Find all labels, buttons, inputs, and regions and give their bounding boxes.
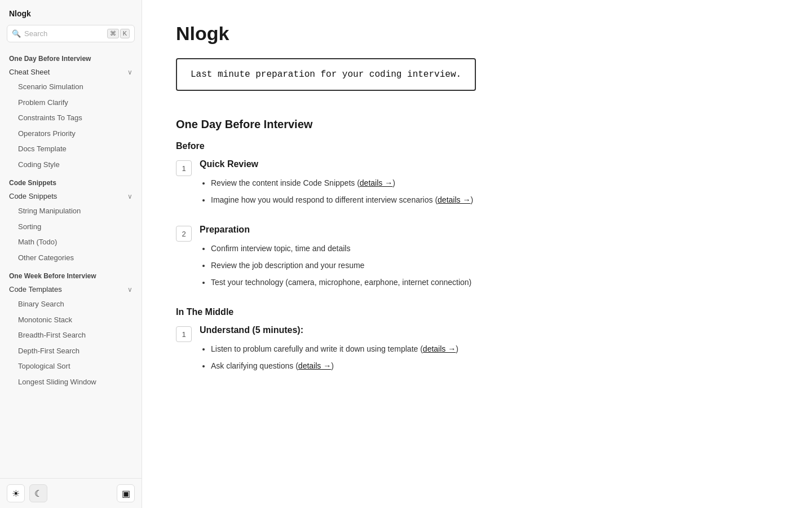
nav-item-math-todo[interactable]: Math (Todo) <box>5 234 142 250</box>
nav-item-constraints-to-tags[interactable]: Constraints To Tags <box>5 110 142 126</box>
nav-group-code-templates-items: Binary Search Monotonic Stack Breadth-Fi… <box>0 296 142 389</box>
nav-item-monotonic-stack[interactable]: Monotonic Stack <box>5 312 142 328</box>
bullet-text: Review the job description and your resu… <box>211 261 364 270</box>
search-bar[interactable]: 🔍 Search ⌘ K <box>7 25 135 42</box>
bullet-text: Review the content inside Code Snippets … <box>211 178 360 187</box>
nav-group-cheat-sheet: Cheat Sheet ∨ Scenario Simulation Proble… <box>0 65 142 172</box>
nav-group-code-templates-header[interactable]: Code Templates ∨ <box>0 282 142 296</box>
hero-code-block: Last minute preparation for your coding … <box>176 58 476 91</box>
list-item: Test your technology (camera, microphone… <box>211 274 778 290</box>
nav-group-code-snippets-items: String Manipulation Sorting Math (Todo) … <box>0 203 142 265</box>
details-link[interactable]: details → <box>360 178 392 187</box>
section-label-code-snippets: Code Snippets <box>0 173 142 189</box>
block-understand: 1 Understand (5 minutes): Listen to prob… <box>176 325 778 375</box>
block-number-2: 2 <box>176 226 192 242</box>
section-label-one-week: One Week Before Interview <box>0 266 142 282</box>
nav-item-breadth-first-search[interactable]: Breadth-First Search <box>5 327 142 343</box>
chevron-down-icon: ∨ <box>127 192 133 200</box>
kbd-cmd: ⌘ <box>107 29 119 38</box>
nav-item-coding-style[interactable]: Coding Style <box>5 157 142 173</box>
nav-item-depth-first-search[interactable]: Depth-First Search <box>5 343 142 359</box>
nav-group-code-snippets-header[interactable]: Code Snippets ∨ <box>0 189 142 203</box>
nav-item-problem-clarify[interactable]: Problem Clarify <box>5 95 142 111</box>
nav-group-cheat-sheet-header[interactable]: Cheat Sheet ∨ <box>0 65 142 79</box>
bullet-suffix: ) <box>456 344 458 353</box>
bullet-text: Imagine how you would respond to differe… <box>211 195 438 204</box>
nav-item-scenario-simulation[interactable]: Scenario Simulation <box>5 79 142 95</box>
bullet-suffix: ) <box>470 195 473 204</box>
list-item: Imagine how you would respond to differe… <box>211 192 778 208</box>
sub-heading-before: Before <box>176 141 778 151</box>
nav-group-cheat-sheet-items: Scenario Simulation Problem Clarify Cons… <box>0 79 142 172</box>
nav-item-operators-priority[interactable]: Operators Priority <box>5 126 142 142</box>
block-understand-title: Understand (5 minutes): <box>200 325 778 335</box>
details-link[interactable]: details → <box>423 344 456 353</box>
block-understand-list: Listen to problum carefully and write it… <box>200 341 778 374</box>
list-item: Review the content inside Code Snippets … <box>211 175 778 191</box>
nav-item-sorting[interactable]: Sorting <box>5 219 142 235</box>
bullet-suffix: ) <box>392 178 395 187</box>
bullet-suffix: ) <box>331 361 334 370</box>
chevron-down-icon: ∨ <box>127 286 133 294</box>
chevron-down-icon: ∨ <box>127 68 133 76</box>
block-number-1: 1 <box>176 160 192 176</box>
block-preparation-list: Confirm interview topic, time and detail… <box>200 240 778 290</box>
bullet-text: Confirm interview topic, time and detail… <box>211 244 350 253</box>
light-mode-button[interactable]: ☀ <box>7 484 25 502</box>
search-icon: 🔍 <box>12 29 21 38</box>
nav-group-code-templates-label: Code Templates <box>9 285 62 294</box>
sub-heading-in-the-middle: In The Middle <box>176 307 778 317</box>
kbd-k: K <box>120 29 130 38</box>
nav-group-code-templates: Code Templates ∨ Binary Search Monotonic… <box>0 282 142 389</box>
nav-item-longest-sliding-window[interactable]: Longest Sliding Window <box>5 374 142 390</box>
details-link[interactable]: details → <box>438 195 470 204</box>
nav-group-code-snippets-label: Code Snippets <box>9 192 57 200</box>
sidebar-nav: One Day Before Interview Cheat Sheet ∨ S… <box>0 49 142 478</box>
sidebar-toggle-button[interactable]: ▣ <box>117 484 135 502</box>
block-quick-review-content: Quick Review Review the content inside C… <box>200 159 778 209</box>
list-item: Listen to problum carefully and write it… <box>211 341 778 357</box>
block-quick-review: 1 Quick Review Review the content inside… <box>176 159 778 209</box>
search-placeholder: Search <box>24 29 104 38</box>
nav-group-cheat-sheet-label: Cheat Sheet <box>9 68 50 76</box>
list-item: Ask clarifying questions (details →) <box>211 358 778 374</box>
block-preparation-content: Preparation Confirm interview topic, tim… <box>200 225 778 291</box>
main-content: Nlogk Last minute preparation for your c… <box>142 0 812 508</box>
page-title: Nlogk <box>176 23 778 45</box>
section-one-day-heading: One Day Before Interview <box>176 118 778 131</box>
block-understand-content: Understand (5 minutes): Listen to problu… <box>200 325 778 375</box>
section-label-one-day: One Day Before Interview <box>0 49 142 65</box>
sidebar: Nlogk 🔍 Search ⌘ K One Day Before Interv… <box>0 0 142 508</box>
block-preparation-title: Preparation <box>200 225 778 235</box>
nav-item-string-manipulation[interactable]: String Manipulation <box>5 203 142 219</box>
bullet-text: Test your technology (camera, microphone… <box>211 278 471 287</box>
sidebar-footer: ☀ ☾ ▣ <box>0 478 142 508</box>
nav-item-other-categories[interactable]: Other Categories <box>5 250 142 266</box>
nav-item-docs-template[interactable]: Docs Template <box>5 141 142 157</box>
block-preparation: 2 Preparation Confirm interview topic, t… <box>176 225 778 291</box>
list-item: Review the job description and your resu… <box>211 257 778 273</box>
sidebar-title: Nlogk <box>0 0 142 23</box>
nav-group-code-snippets: Code Snippets ∨ String Manipulation Sort… <box>0 189 142 265</box>
nav-item-topological-sort[interactable]: Topological Sort <box>5 358 142 374</box>
search-shortcut: ⌘ K <box>107 29 130 38</box>
block-quick-review-title: Quick Review <box>200 159 778 169</box>
block-quick-review-list: Review the content inside Code Snippets … <box>200 175 778 208</box>
nav-item-binary-search[interactable]: Binary Search <box>5 296 142 312</box>
details-link[interactable]: details → <box>298 361 331 370</box>
block-number-understand: 1 <box>176 326 192 342</box>
bullet-text: Ask clarifying questions ( <box>211 361 298 370</box>
bullet-text: Listen to problum carefully and write it… <box>211 344 423 353</box>
dark-mode-button[interactable]: ☾ <box>29 484 47 502</box>
list-item: Confirm interview topic, time and detail… <box>211 240 778 256</box>
